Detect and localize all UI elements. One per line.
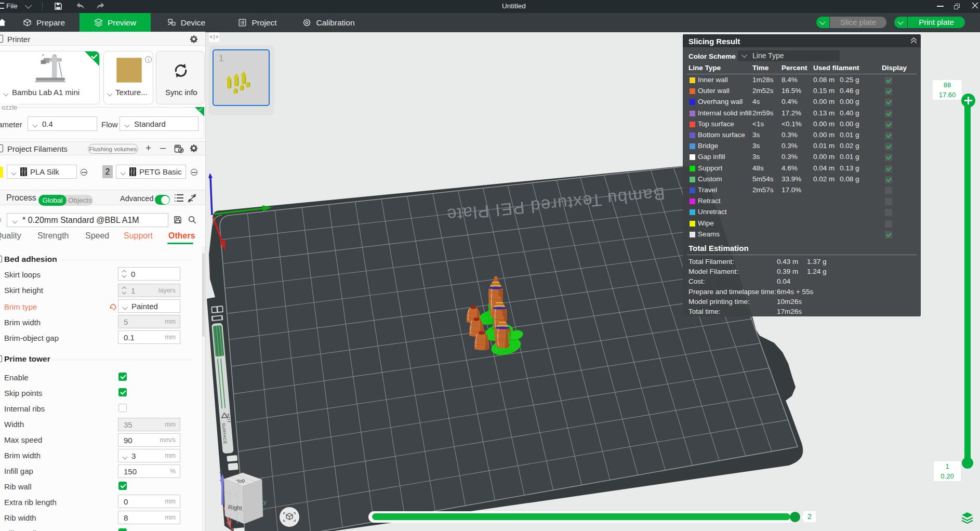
svg-text:z: z [219,468,222,474]
svg-text:y: y [263,499,267,505]
svg-text:HOT: HOT [226,414,231,423]
svg-text:Right: Right [228,504,242,511]
svg-text:x: x [231,526,234,531]
